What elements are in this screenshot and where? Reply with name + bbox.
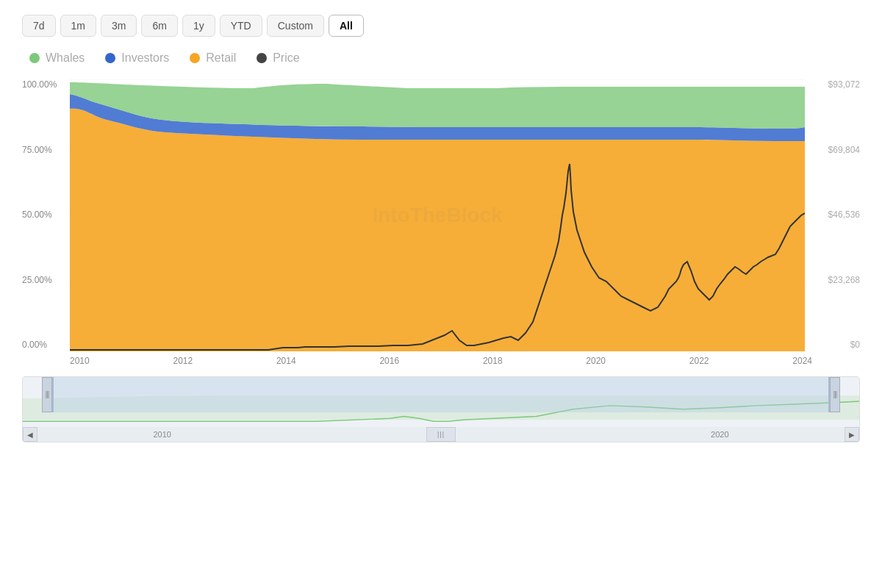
x-label-2024: 2024	[792, 356, 812, 366]
btn-3m[interactable]: 3m	[101, 15, 137, 37]
nav-scroll-middle[interactable]: |||	[426, 427, 456, 442]
btn-1y[interactable]: 1y	[182, 15, 215, 37]
price-label-93k: $93,072	[828, 79, 860, 90]
btn-6m[interactable]: 6m	[141, 15, 177, 37]
chart-area: 100.00% 75.00% 50.00% 25.00% 0.00% $93,0…	[22, 79, 860, 351]
legend-retail[interactable]: Retail	[190, 51, 236, 65]
nav-handle-right[interactable]: |||	[830, 377, 840, 412]
nav-scroll-left[interactable]: ◀	[23, 427, 37, 442]
price-dot	[257, 53, 267, 63]
price-label-46k: $46,536	[828, 209, 860, 220]
main-svg	[70, 79, 805, 351]
x-label-2016: 2016	[379, 356, 399, 366]
legend-whales[interactable]: Whales	[29, 51, 85, 65]
btn-all[interactable]: All	[329, 15, 364, 37]
nav-grip-left: |||	[46, 391, 49, 398]
main-chart-wrapper: 100.00% 75.00% 50.00% 25.00% 0.00% $93,0…	[22, 79, 860, 442]
nav-x-axis: ◀ 2010 2015 2020 ||| ▶	[23, 427, 859, 442]
y-label-50: 50.00%	[22, 209, 70, 220]
legend-investors[interactable]: Investors	[105, 51, 169, 65]
y-axis-right: $93,072 $69,804 $46,536 $23,268 $0	[805, 79, 860, 351]
x-label-2020: 2020	[586, 356, 606, 366]
retail-label: Retail	[206, 51, 236, 65]
x-label-2018: 2018	[483, 356, 503, 366]
chart-navigator[interactable]: ||| ||| ◀ 2010 2015 2020 ||| ▶	[22, 376, 860, 442]
chart-legend: Whales Investors Retail Price	[22, 51, 860, 65]
nav-scroll-right[interactable]: ▶	[845, 427, 859, 442]
x-axis: 2010 2012 2014 2016 2018 2020 2022 2024	[22, 351, 860, 366]
nav-handle-left[interactable]: |||	[42, 377, 52, 412]
nav-selection[interactable]	[52, 377, 830, 412]
investors-dot	[105, 53, 115, 63]
x-label-2010: 2010	[70, 356, 90, 366]
y-label-75: 75.00%	[22, 145, 70, 155]
retail-dot	[190, 53, 200, 63]
btn-7d[interactable]: 7d	[22, 15, 56, 37]
whales-label: Whales	[46, 51, 85, 65]
x-label-2014: 2014	[276, 356, 296, 366]
y-label-0: 0.00%	[22, 340, 70, 350]
nav-x-2010: 2010	[153, 430, 171, 439]
price-label: Price	[273, 51, 299, 65]
nav-grip-right: |||	[833, 391, 837, 398]
btn-custom[interactable]: Custom	[267, 15, 324, 37]
btn-ytd[interactable]: YTD	[220, 15, 262, 37]
y-label-25: 25.00%	[22, 275, 70, 285]
y-axis-left: 100.00% 75.00% 50.00% 25.00% 0.00%	[22, 79, 70, 351]
y-label-100: 100.00%	[22, 79, 70, 90]
investors-label: Investors	[121, 51, 169, 65]
btn-1m[interactable]: 1m	[60, 15, 96, 37]
legend-price[interactable]: Price	[257, 51, 299, 65]
whales-dot	[29, 53, 40, 63]
x-label-2012: 2012	[173, 356, 193, 366]
price-label-0: $0	[850, 340, 860, 350]
time-range-selector: 7d 1m 3m 6m 1y YTD Custom All	[22, 15, 860, 37]
price-label-69k: $69,804	[828, 145, 860, 155]
navigator-content: ||| |||	[23, 377, 859, 427]
x-label-2022: 2022	[689, 356, 709, 366]
price-label-23k: $23,268	[828, 275, 860, 285]
nav-x-2020: 2020	[711, 430, 728, 439]
chart-svg-area: IntoTheBlock	[70, 79, 805, 351]
